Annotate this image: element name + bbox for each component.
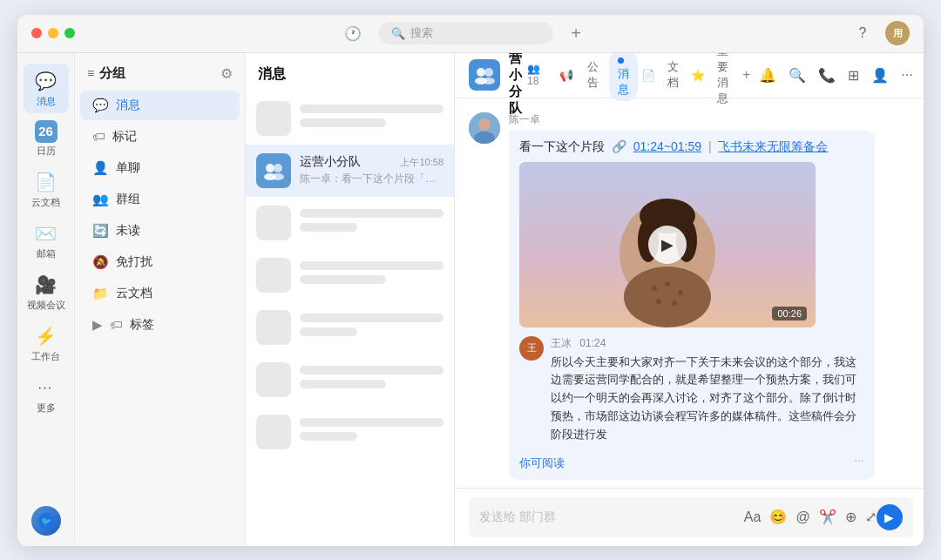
wang-bing-message: 王 王冰 01:24 所以今天主要和大家对齐一下关于未来会议的这个部分，我这边需…	[519, 336, 864, 444]
play-button[interactable]: ▶	[648, 226, 687, 264]
link-title[interactable]: 飞书未来无限筹备会	[718, 139, 828, 153]
workbench-icon: ⚡	[34, 324, 58, 348]
ph-avatar-5	[256, 362, 291, 397]
sidebar-icon-wrap: 💬	[34, 69, 58, 93]
message-item-squad[interactable]: 运营小分队 上午10:58 陈一卓：看一下这个片段「链接」	[246, 145, 454, 197]
cat-messages-label: 消息	[116, 98, 140, 113]
clip-tool[interactable]: ✂️	[819, 509, 836, 525]
wang-bing-time: 01:24	[579, 337, 606, 349]
title-bar: 🕐 🔍 搜索 + ? 用	[17, 15, 924, 53]
notice-tab-icon: 📢	[559, 69, 573, 82]
category-item-group[interactable]: 👥 群组	[80, 185, 240, 214]
email-icon: ✉️	[34, 221, 58, 246]
docs-tab-icon: 📄	[641, 69, 655, 82]
bottom-avatar[interactable]: 🐦	[31, 506, 61, 536]
svg-text:🐦: 🐦	[41, 516, 52, 527]
video-preview[interactable]: ▶ 00:26	[519, 162, 816, 327]
sidebar-item-calendar[interactable]: 26 日历	[24, 115, 69, 163]
minimize-button[interactable]	[48, 28, 58, 38]
cat-group-label: 群组	[116, 192, 140, 207]
tab-notice[interactable]: 公告	[579, 56, 607, 94]
cat-unread-icon: 🔄	[92, 223, 109, 239]
svg-point-11	[478, 118, 491, 131]
maximize-button[interactable]	[64, 28, 75, 38]
expand-tool[interactable]: ⤢	[865, 509, 877, 525]
msg-name-squad: 运营小分队	[300, 154, 361, 170]
search-bar[interactable]: 🔍 搜索	[379, 22, 553, 44]
placeholder-row-5	[246, 354, 454, 406]
user-avatar[interactable]: 用	[885, 21, 910, 45]
layout-action[interactable]: ⊞	[848, 67, 859, 84]
ph-line-short-2	[300, 223, 357, 232]
members-action[interactable]: 👤	[871, 67, 889, 84]
category-title: ≡ 分组	[87, 65, 125, 82]
search-action[interactable]: 🔍	[789, 67, 806, 84]
tab-dot	[618, 57, 624, 64]
category-item-no-disturb[interactable]: 🔕 免打扰	[80, 247, 240, 277]
sidebar-item-cloud-docs[interactable]: 📄 云文档	[24, 165, 69, 214]
chenyi-avatar-img	[469, 112, 500, 144]
notification-action[interactable]: 🔔	[759, 67, 776, 84]
msg-info-squad: 运营小分队 上午10:58 陈一卓：看一下这个片段「链接」	[300, 154, 443, 186]
new-chat-button[interactable]: +	[571, 24, 581, 44]
category-settings-button[interactable]: ⚙	[220, 65, 233, 82]
traffic-lights	[31, 28, 75, 38]
message-list-header: 消息	[246, 53, 454, 92]
sidebar-label-email: 邮箱	[37, 247, 56, 260]
link-prefix: 看一下这个片段	[519, 139, 605, 153]
search-placeholder: 搜索	[410, 25, 433, 41]
sidebar-label-more: 更多	[37, 401, 56, 415]
ph-avatar-2	[256, 206, 291, 240]
you-can-read[interactable]: 你可阅读	[519, 455, 565, 471]
more-action[interactable]: ···	[901, 67, 912, 83]
ph-line-short-3	[300, 275, 386, 284]
category-item-tags[interactable]: ▶ 🏷 标签	[80, 310, 240, 340]
chat-panel: 运营小分队 👥 18 📢 公告 消息 📄 文档 ⭐ 重要消息 +	[455, 53, 924, 546]
sidebar-item-workbench[interactable]: ⚡ 工作台	[24, 319, 69, 368]
tab-docs[interactable]: 文档	[659, 56, 687, 94]
svg-point-23	[656, 299, 661, 304]
category-title-icon: ≡	[87, 66, 94, 80]
bubble-more-dots[interactable]: ···	[854, 453, 864, 467]
call-action[interactable]: 📞	[818, 67, 836, 84]
send-icon: ▶	[884, 510, 894, 524]
plus-tool[interactable]: ⊕	[845, 509, 856, 525]
category-item-bookmark[interactable]: 🏷 标记	[80, 122, 240, 152]
history-button[interactable]: 🕐	[344, 25, 362, 42]
ph-line-short	[300, 118, 386, 127]
at-tool[interactable]: @	[795, 509, 809, 525]
sidebar-item-email[interactable]: ✉️ 邮箱	[24, 216, 69, 266]
message-link-line: 看一下这个片段 🔗 01:24~01:59 | 飞书未来无限筹备会	[519, 139, 864, 155]
sidebar-label-video-meeting: 视频会议	[27, 299, 65, 312]
placeholder-row-2	[246, 197, 454, 249]
message-sender: 陈一卓	[509, 112, 913, 127]
sidebar-item-messages[interactable]: 💬 消息	[24, 64, 69, 113]
tab-messages[interactable]: 消息	[609, 53, 638, 101]
wang-bing-name: 王冰	[551, 337, 572, 349]
sidebar-item-video-meeting[interactable]: 🎥 视频会议	[24, 267, 69, 317]
video-duration: 00:26	[772, 307, 807, 320]
category-item-single-chat[interactable]: 👤 单聊	[80, 153, 240, 183]
message-bubble: 看一下这个片段 🔗 01:24~01:59 | 飞书未来无限筹备会	[509, 131, 875, 481]
message-group-content: 陈一卓 看一下这个片段 🔗 01:24~01:59 | 飞书未来无限筹备会	[509, 112, 913, 481]
font-tool[interactable]: Aa	[744, 509, 762, 525]
close-button[interactable]	[31, 28, 42, 38]
tab-plus[interactable]: +	[742, 67, 750, 83]
link-time[interactable]: 01:24~01:59	[633, 139, 701, 153]
ph-line-6	[300, 418, 443, 427]
bubble-footer: 你可阅读 ···	[519, 449, 864, 471]
category-item-messages[interactable]: 💬 消息	[80, 91, 240, 120]
emoji-tool[interactable]: 😊	[769, 509, 787, 525]
app-window: 🕐 🔍 搜索 + ? 用 💬 消息	[17, 15, 924, 546]
svg-point-2	[266, 164, 274, 172]
ph-line-short-6	[300, 432, 357, 441]
input-box[interactable]: 发送给 部门群 Aa 😊 @ ✂️ ⊕ ⤢ ▶	[469, 497, 913, 537]
sidebar-item-more[interactable]: ··· 更多	[24, 370, 69, 420]
help-button[interactable]: ?	[850, 21, 875, 45]
title-bar-right: ? 用	[850, 21, 910, 45]
category-item-cloud-docs[interactable]: 📁 云文档	[80, 279, 240, 308]
send-button[interactable]: ▶	[877, 504, 903, 530]
category-item-unread[interactable]: 🔄 未读	[80, 216, 240, 246]
cat-cloud-label: 云文档	[116, 286, 152, 301]
placeholder-row-6	[246, 406, 454, 458]
